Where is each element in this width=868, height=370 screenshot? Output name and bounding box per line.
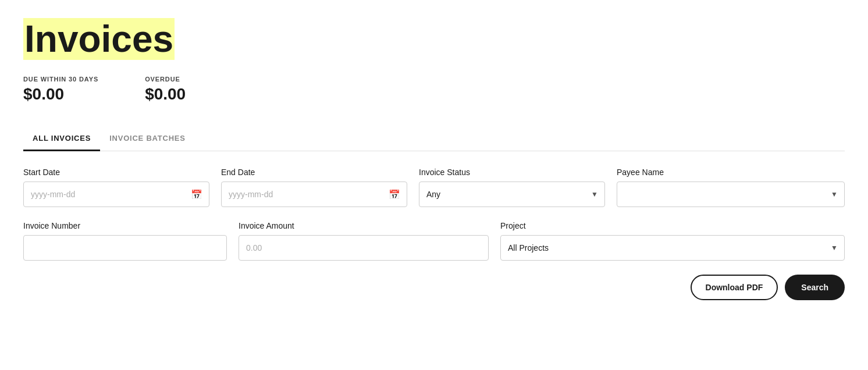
invoice-status-wrapper: Any Draft Pending Paid Overdue Cancelled… <box>419 182 605 207</box>
payee-name-group: Payee Name ▼ <box>617 168 845 207</box>
invoice-status-label: Invoice Status <box>419 168 605 177</box>
filters-row-2: Invoice Number Invoice Amount Project Al… <box>23 221 845 261</box>
end-date-wrapper: 📅 <box>221 182 407 207</box>
overdue-summary: OVERDUE $0.00 <box>145 76 186 104</box>
payee-name-select[interactable] <box>617 182 845 207</box>
project-group: Project All Projects ▼ <box>500 221 845 261</box>
invoice-status-select[interactable]: Any Draft Pending Paid Overdue Cancelled <box>419 182 605 207</box>
due-within-value: $0.00 <box>23 85 98 104</box>
tab-all-invoices[interactable]: ALL INVOICES <box>23 127 100 151</box>
start-date-input[interactable] <box>23 182 209 207</box>
tab-invoice-batches[interactable]: INVOICE BATCHES <box>100 127 195 151</box>
project-wrapper: All Projects ▼ <box>500 235 845 261</box>
summary-section: DUE WITHIN 30 DAYS $0.00 OVERDUE $0.00 <box>23 76 845 104</box>
payee-name-wrapper: ▼ <box>617 182 845 207</box>
filters-row-1: Start Date 📅 End Date 📅 Invoice Status A… <box>23 168 845 207</box>
due-within-label: DUE WITHIN 30 DAYS <box>23 76 98 83</box>
download-pdf-button[interactable]: Download PDF <box>691 275 778 300</box>
start-date-label: Start Date <box>23 168 209 177</box>
page-title: Invoices <box>23 19 845 59</box>
invoice-number-group: Invoice Number <box>23 221 227 261</box>
due-within-summary: DUE WITHIN 30 DAYS $0.00 <box>23 76 98 104</box>
actions-row: Download PDF Search <box>23 275 845 300</box>
project-select[interactable]: All Projects <box>500 235 845 261</box>
search-button[interactable]: Search <box>785 275 845 300</box>
end-date-group: End Date 📅 <box>221 168 407 207</box>
start-date-wrapper: 📅 <box>23 182 209 207</box>
invoice-number-label: Invoice Number <box>23 221 227 230</box>
tabs-container: ALL INVOICES INVOICE BATCHES <box>23 127 845 151</box>
invoice-status-group: Invoice Status Any Draft Pending Paid Ov… <box>419 168 605 207</box>
invoice-number-input[interactable] <box>23 235 227 261</box>
payee-name-label: Payee Name <box>617 168 845 177</box>
invoice-amount-input[interactable] <box>239 235 489 261</box>
invoice-amount-label: Invoice Amount <box>239 221 489 230</box>
overdue-value: $0.00 <box>145 85 186 104</box>
start-date-group: Start Date 📅 <box>23 168 209 207</box>
end-date-label: End Date <box>221 168 407 177</box>
overdue-label: OVERDUE <box>145 76 186 83</box>
end-date-input[interactable] <box>221 182 407 207</box>
project-label: Project <box>500 221 845 230</box>
invoice-amount-group: Invoice Amount <box>239 221 489 261</box>
